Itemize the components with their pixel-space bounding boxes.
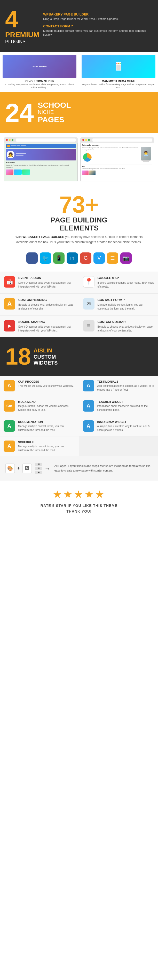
widget-placeholder (79, 436, 158, 456)
vk-icon: V (93, 253, 105, 264)
widget-documentation: A DOCUMENTATION Manage multiple contact … (0, 416, 79, 436)
starter-section: 🎨 + 🖼 ▤ ▥ ▦ → All Pages, Layout Blocks a… (0, 456, 158, 480)
widgets-grid: A OUR PROCESS This widget will allow you… (0, 376, 158, 456)
academics-preview: 👧 Academics Academic Programs available … (4, 137, 78, 181)
feature-contact-content: CONTACT FORM 7 Manage multiple contact f… (98, 298, 154, 310)
dot-red-2 (82, 139, 84, 141)
linkedin-icon: in (66, 253, 78, 264)
dot-green-2 (88, 139, 90, 141)
small-icon-2: ▥ (35, 467, 42, 470)
mega-menu-box: MAMMOTH MEGA MENU Mega Submenu addon for… (79, 52, 158, 92)
testimonials-icon: A (83, 380, 94, 391)
sidebar-icon: ≡ (83, 320, 95, 331)
feature-map-content: GOOGLE MAP It offers satellite imagery, … (98, 276, 154, 289)
teacher-content: TEACHER WIDGET Information about teacher… (97, 400, 155, 412)
stars-section: ★★★★★ RATE 5 STAR IF YOU LIKE THIS THEME… (0, 480, 158, 522)
widget-instagram: A INSTAGRAM WIDGET A simple, fun & creat… (79, 416, 158, 436)
plus-icon: + (17, 465, 20, 471)
twitter-icon: 🐦 (40, 253, 51, 264)
dot-red-1 (6, 139, 8, 141)
premium-plugins-section: 4 PREMIUM PLUGINS WPBAKERY PAGE BUILDER … (0, 0, 158, 52)
widgets-text: AISLIN CUSTOM WIDGETS (33, 347, 58, 366)
documentation-content: DOCUMENTATION Manage multiple contact fo… (18, 420, 75, 432)
social-icon: ▶ (4, 320, 15, 331)
plugins-list: WPBAKERY PAGE BUILDER Drag & Drop Page B… (39, 13, 153, 40)
widget-testimonials: A TESTIMONIALS Add Testimonials to the s… (79, 376, 158, 396)
feature-social-sharing: ▶ SOCIAL SHARING Event Organiser adds ev… (0, 315, 79, 337)
feature-heading-content: CUSTOM HEADING Be able to choose what wi… (18, 298, 75, 310)
dot-green-1 (12, 139, 13, 141)
feature-event-content: EVENT PLUGIN Event Organiser adds event … (18, 276, 75, 289)
instagram-icon: 📷 (120, 253, 132, 264)
facebook-icon: f (26, 253, 38, 264)
dot-yellow-1 (9, 139, 11, 141)
school-niche-section: 24 SCHOOL NICHE PAGES (0, 92, 158, 133)
calendar-icon: 📅 (4, 276, 15, 288)
feature-contact-form: ✉ CONTACT FORM 7 Manage multiple contact… (79, 294, 158, 315)
feature-event-plugin: 📅 EVENT PLUGIN Event Organiser adds even… (0, 272, 79, 293)
mega-menu-widget-content: MEGA MENU Mega Submenu addon for Visual … (18, 400, 75, 412)
widget-mega-menu: Cm MEGA MENU Mega Submenu addon for Visu… (0, 396, 79, 416)
url-bar-2 (92, 138, 152, 142)
revolution-slider-img: Slider Preview (3, 55, 76, 78)
widget-our-process: A OUR PROCESS This widget will allow you… (0, 376, 79, 396)
revolution-slider-box: Slider Preview REVOLUTION SLIDER #1 Sell… (0, 52, 79, 92)
features-grid: 📅 EVENT PLUGIN Event Organiser adds even… (0, 272, 158, 337)
widget-teacher: A TEACHER WIDGET Information about teach… (79, 396, 158, 416)
starter-icon-palette: 🎨 (5, 463, 15, 473)
small-icons-col: ▤ ▥ ▦ (35, 463, 42, 474)
small-icon-3: ▦ (35, 471, 42, 474)
rate-text-line1: RATE 5 STAR IF YOU LIKE THIS THEME (5, 503, 153, 509)
pie-chart (82, 152, 92, 162)
browser-chrome-1 (4, 137, 78, 143)
starter-text: All Pages, Layout Blocks and Mega Menus … (54, 464, 153, 473)
schedule-content: SCHEDULE Manage multiple contact forms, … (18, 441, 75, 452)
feature-custom-heading: A CUSTOM HEADING Be able to choose what … (0, 294, 79, 315)
plugin-wpbakery: WPBAKERY PAGE BUILDER Drag & Drop Page B… (43, 13, 153, 21)
browser-chrome-2 (80, 137, 154, 143)
rate-text-line2: THANK YOU! (5, 509, 153, 514)
starter-icons: 🎨 + 🖼 ▤ ▥ ▦ → (5, 463, 51, 474)
widgets-section: 18 AISLIN CUSTOM WIDGETS (0, 337, 158, 376)
academics-content: 👧 Academics Academic Programs available … (4, 143, 78, 181)
feature-social-content: SOCIAL SHARING Event Organiser adds even… (18, 320, 75, 332)
widget-schedule: A SCHEDULE Manage multiple contact forms… (0, 436, 79, 456)
our-process-icon: A (4, 380, 15, 391)
feature-custom-sidebar: ≡ CUSTOM SIDEBAR Be able to choose what … (79, 315, 158, 337)
documentation-icon: A (4, 420, 15, 432)
heading-icon: A (4, 298, 15, 310)
stars-display: ★★★★★ (5, 488, 153, 500)
our-process-content: OUR PROCESS This widget will allow you t… (18, 380, 74, 388)
arrow-icon: → (44, 465, 51, 472)
plugin-images-row: Slider Preview REVOLUTION SLIDER #1 Sell… (0, 52, 158, 92)
dot-yellow-2 (85, 139, 87, 141)
premium-number: 4 PREMIUM PLUGINS (5, 8, 39, 45)
starter-icon-layout: 🖼 (22, 463, 32, 473)
contact-icon: ✉ (83, 298, 95, 310)
feature-sidebar-content: CUSTOM SIDEBAR Be able to choose what wi… (98, 320, 154, 332)
map-pin-icon: 📍 (83, 276, 95, 288)
schedule-icon: A (4, 441, 15, 452)
feature-google-map: 📍 GOOGLE MAP It offers satellite imagery… (79, 272, 158, 293)
rss-icon: ☰ (107, 253, 118, 264)
elements-desc: With WPBAKERY PAGE BUILDER you instantly… (14, 235, 144, 244)
school-niche-text: SCHOOL NICHE PAGES (38, 101, 71, 124)
testimonials-content: TESTIMONIALS Add Testimonials to the sid… (97, 380, 155, 392)
google-icon: G (80, 253, 92, 264)
principals-content: Principal's message Our school programs … (80, 143, 154, 181)
small-icon-1: ▤ (35, 463, 42, 466)
principals-preview: Principal's message Our school programs … (80, 137, 154, 181)
instagram-widget-icon: A (83, 420, 94, 432)
url-bar-1 (16, 138, 76, 142)
mega-menu-img (82, 55, 155, 78)
instagram-content: INSTAGRAM WIDGET A simple, fun & creativ… (97, 420, 155, 432)
teacher-icon: A (83, 400, 94, 412)
plugin-cf7: CONTACT FORM 7 Manage multiple contact f… (43, 24, 153, 37)
mega-menu-widget-icon: Cm (4, 400, 15, 412)
icons-row: f 🐦 📱 in G V ☰ 📷 (5, 250, 153, 269)
elements-section: 73+ PAGE BUILDING ELEMENTS With WPBAKERY… (0, 185, 158, 272)
whatsapp-icon: 📱 (53, 253, 65, 264)
school-preview-section: 👧 Academics Academic Programs available … (0, 133, 158, 185)
